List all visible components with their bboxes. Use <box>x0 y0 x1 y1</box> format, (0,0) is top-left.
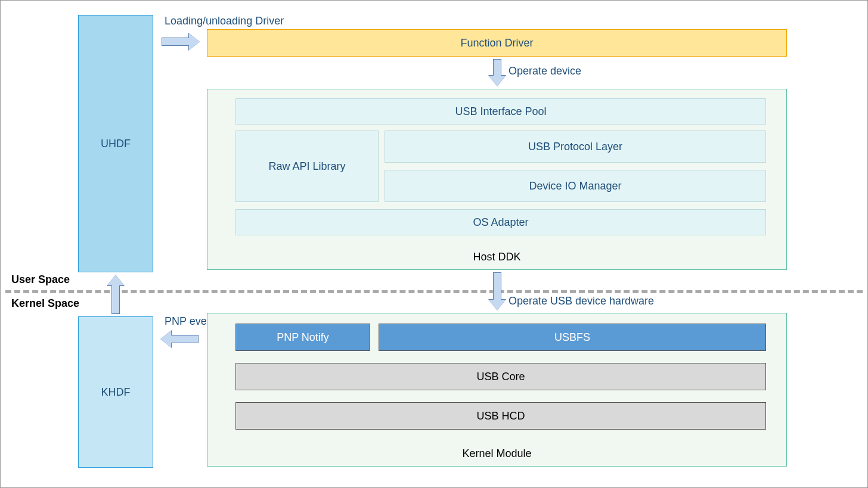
arrow-khdf-to-uhdf <box>107 275 124 314</box>
function-driver-box: Function Driver <box>207 29 787 57</box>
khdf-box: KHDF <box>78 316 153 468</box>
usb-hcd-box: USB HCD <box>235 402 766 430</box>
usbfs-box: USBFS <box>379 324 766 351</box>
arrow-uhdf-to-function-driver <box>162 33 200 50</box>
host-ddk-title: Host DDK <box>473 251 520 263</box>
usb-interface-pool-box: USB Interface Pool <box>235 98 766 125</box>
os-adapter-label: OS Adapter <box>473 216 528 229</box>
pnp-notify-box: PNP Notify <box>235 324 370 351</box>
usb-protocol-layer-label: USB Protocol Layer <box>528 141 622 153</box>
device-io-manager-label: Device IO Manager <box>529 180 621 192</box>
arrow-pnp-event <box>160 331 199 347</box>
os-adapter-box: OS Adapter <box>235 209 766 235</box>
usb-core-label: USB Core <box>476 371 525 383</box>
function-driver-label: Function Driver <box>460 37 533 49</box>
uhdf-box: UHDF <box>78 15 153 272</box>
diagram-canvas: User Space Kernel Space UHDF KHDF Loadin… <box>0 0 868 488</box>
operate-device-label: Operate device <box>509 65 581 77</box>
operate-hardware-label: Operate USB device hardware <box>509 295 654 307</box>
kernel-space-label: Kernel Space <box>11 297 79 310</box>
usb-interface-pool-label: USB Interface Pool <box>455 105 546 118</box>
usbfs-label: USBFS <box>554 331 590 344</box>
kernel-module-title: Kernel Module <box>462 447 531 460</box>
arrow-hostddk-to-kernel <box>489 272 506 310</box>
usb-protocol-layer-box: USB Protocol Layer <box>385 130 766 163</box>
raw-api-library-label: Raw API Library <box>268 160 345 173</box>
arrow-function-to-hostddk <box>489 59 506 86</box>
raw-api-library-box: Raw API Library <box>235 130 379 202</box>
uhdf-label: UHDF <box>101 138 131 150</box>
user-kernel-divider <box>5 290 863 293</box>
usb-core-box: USB Core <box>235 363 766 390</box>
loading-unloading-label: Loading/unloading Driver <box>165 15 284 27</box>
usb-hcd-label: USB HCD <box>476 410 525 422</box>
pnp-notify-label: PNP Notify <box>277 331 329 344</box>
device-io-manager-box: Device IO Manager <box>385 170 766 202</box>
user-space-label: User Space <box>11 273 70 286</box>
khdf-label: KHDF <box>101 386 131 399</box>
